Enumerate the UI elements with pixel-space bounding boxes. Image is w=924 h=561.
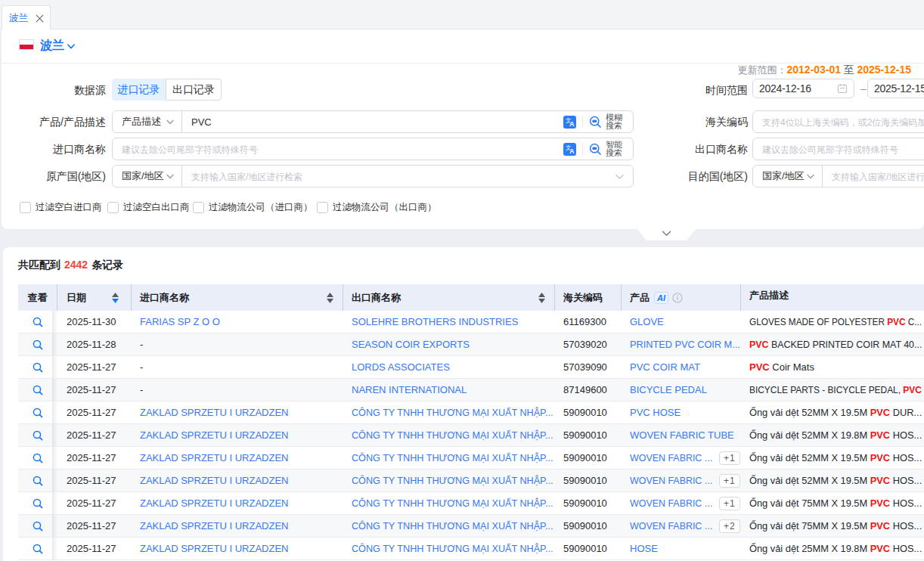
checkbox-label: 过滤空白出口商: [123, 201, 190, 214]
date-start-input[interactable]: [759, 82, 837, 95]
exporter-link[interactable]: CÔNG TY TNHH THƯƠNG MẠI XUẤT NHẬP...: [352, 543, 548, 554]
results-panel: 共匹配到2442条记录 查看 日期 进口商名称: [3, 247, 924, 561]
view-details-icon[interactable]: [33, 453, 43, 463]
fuzzy-search-label[interactable]: 模糊搜索: [606, 113, 622, 130]
exporter-link[interactable]: LORDS ASSOCIATES: [352, 361, 450, 373]
product-more-badge[interactable]: +2: [719, 519, 740, 533]
checkbox-icon[interactable]: [20, 202, 31, 213]
product-link[interactable]: WOVEN FABRIC ...: [630, 520, 709, 532]
hs-code-input[interactable]: [753, 116, 924, 128]
view-details-icon[interactable]: [33, 339, 43, 350]
view-details-icon[interactable]: [33, 408, 43, 418]
info-icon[interactable]: [672, 293, 683, 303]
checkbox-filter-logistics-exporter[interactable]: 过滤物流公司（出口商）: [317, 201, 437, 214]
product-link[interactable]: WOVEN FABRIC ...: [630, 497, 709, 509]
product-link[interactable]: PVC COIR MAT: [630, 361, 700, 373]
product-link[interactable]: GLOVE: [630, 316, 664, 327]
checkbox-filter-logistics-importer[interactable]: 过滤物流公司（进口商）: [193, 201, 313, 214]
product-more-badge[interactable]: +1: [719, 451, 740, 465]
checkbox-icon[interactable]: [193, 202, 204, 213]
product-input-group: 产品描述 文A 模糊搜索: [112, 110, 634, 133]
hs-code-label: 海关编码: [627, 110, 748, 133]
highlight-keyword: PVC: [749, 339, 769, 350]
view-details-icon[interactable]: [33, 385, 43, 395]
view-details-icon[interactable]: [33, 521, 43, 532]
exporter-link[interactable]: CÔNG TY TNHH THƯƠNG MẠI XUẤT NHẬP...: [352, 497, 548, 509]
highlight-keyword: PVC: [870, 520, 890, 532]
update-range-to-word: 至: [844, 64, 854, 76]
view-details-icon[interactable]: [33, 476, 43, 486]
destination-country-select[interactable]: 国家/地区: [753, 166, 823, 187]
exporter-link[interactable]: SOLEHRE BROTHERS INDUSTRIES: [352, 316, 518, 327]
collapse-filters-button[interactable]: [637, 229, 696, 240]
date-end-input[interactable]: [874, 82, 924, 95]
checkbox-icon[interactable]: [107, 202, 119, 213]
view-details-icon[interactable]: [33, 362, 43, 373]
exporter-link[interactable]: CÔNG TY TNHH THƯƠNG MẠI XUẤT NHẬP...: [352, 429, 548, 441]
tab-poland[interactable]: 波兰: [2, 5, 51, 30]
product-cell: GLOVE: [621, 311, 740, 333]
importer-input[interactable]: [113, 138, 563, 160]
checkbox-filter-blank-exporter[interactable]: 过滤空白出口商: [107, 201, 190, 214]
product-search-input[interactable]: [182, 111, 563, 132]
destination-country-input[interactable]: [823, 166, 924, 187]
product-link[interactable]: HOSE: [630, 543, 658, 554]
view-details-icon[interactable]: [33, 430, 43, 441]
description-text: PVC BACKED PRINTED COIR MAT 40...: [749, 333, 922, 355]
origin-country-input[interactable]: [182, 166, 615, 187]
sort-icon-exporter[interactable]: [538, 293, 545, 303]
importer-link[interactable]: ZAKLAD SPRZETU I URZADZEN: [140, 475, 288, 486]
smart-search-icon[interactable]: [589, 143, 602, 156]
chevron-down-icon[interactable]: [67, 44, 75, 49]
tab-close-icon[interactable]: [36, 14, 44, 23]
checkbox-icon[interactable]: [317, 202, 328, 213]
product-more-badge[interactable]: +1: [719, 497, 740, 510]
exporter-link[interactable]: CÔNG TY TNHH THƯƠNG MẠI XUẤT NHẬP...: [352, 520, 548, 532]
translate-icon[interactable]: 文A: [563, 143, 576, 156]
exporter-link[interactable]: SEASON COIR EXPORTS: [352, 339, 470, 350]
col-header-importer[interactable]: 进口商名称: [131, 284, 343, 311]
product-link[interactable]: WOVEN FABRIC ...: [630, 475, 709, 486]
importer-link[interactable]: ZAKLAD SPRZETU I URZADZEN: [140, 407, 288, 418]
highlight-keyword: PVC: [870, 497, 890, 509]
view-details-icon[interactable]: [33, 498, 43, 509]
col-header-exporter[interactable]: 出口商名称: [343, 284, 554, 311]
product-more-badge[interactable]: +1: [719, 474, 740, 488]
exporter-link[interactable]: NAREN INTERNATIONAL: [352, 384, 467, 395]
tab-export-records[interactable]: 出口记录: [166, 79, 222, 101]
sort-icon-date[interactable]: [112, 293, 119, 303]
fuzzy-search-icon[interactable]: [589, 116, 602, 129]
view-details-icon[interactable]: [33, 544, 43, 554]
importer-link[interactable]: ZAKLAD SPRZETU I URZADZEN: [140, 497, 288, 509]
importer-label: 进口商名称: [2, 138, 106, 160]
ai-badge: AI: [654, 292, 668, 304]
description-cell: PVC BACKED PRINTED COIR MAT 40...: [740, 333, 924, 355]
checkbox-filter-blank-importer[interactable]: 过滤空白进口商: [20, 201, 102, 214]
importer-link[interactable]: FARIAS SP Z O O: [140, 316, 220, 327]
product-type-select[interactable]: 产品描述: [113, 111, 182, 132]
product-link[interactable]: PRINTED PVC COIR M...: [630, 339, 738, 350]
translate-icon[interactable]: 文A: [563, 116, 576, 129]
origin-country-select-value: 国家/地区: [122, 169, 164, 183]
smart-search-label[interactable]: 智能搜索: [606, 141, 622, 157]
origin-country-select[interactable]: 国家/地区: [113, 166, 182, 187]
product-link[interactable]: WOVEN FABRIC ...: [630, 452, 709, 463]
importer-link[interactable]: ZAKLAD SPRZETU I URZADZEN: [140, 452, 288, 463]
product-link[interactable]: WOVEN FABRIC TUBE: [630, 429, 734, 441]
importer-link[interactable]: ZAKLAD SPRZETU I URZADZEN: [140, 543, 288, 554]
view-details-icon[interactable]: [33, 317, 43, 327]
exporter-link[interactable]: CÔNG TY TNHH THƯƠNG MẠI XUẤT NHẬP...: [352, 452, 548, 463]
importer-link[interactable]: ZAKLAD SPRZETU I URZADZEN: [140, 429, 288, 441]
col-header-date[interactable]: 日期: [57, 284, 131, 311]
country-name[interactable]: 波兰: [40, 38, 64, 54]
exporter-input[interactable]: [753, 144, 924, 155]
importer-input-group: 文A 智能搜索: [112, 138, 634, 160]
product-link[interactable]: BICYCLE PEDAL: [630, 384, 707, 395]
exporter-link[interactable]: CÔNG TY TNHH THƯƠNG MẠI XUẤT NHẬP...: [352, 475, 548, 486]
tab-import-records[interactable]: 进口记录: [112, 79, 166, 101]
importer-link[interactable]: ZAKLAD SPRZETU I URZADZEN: [140, 520, 288, 532]
sort-icon-importer[interactable]: [327, 293, 333, 303]
product-link[interactable]: PVC HOSE: [630, 407, 681, 418]
exporter-link[interactable]: CÔNG TY TNHH THƯƠNG MẠI XUẤT NHẬP...: [352, 407, 548, 418]
importer-cell: -: [131, 333, 343, 355]
